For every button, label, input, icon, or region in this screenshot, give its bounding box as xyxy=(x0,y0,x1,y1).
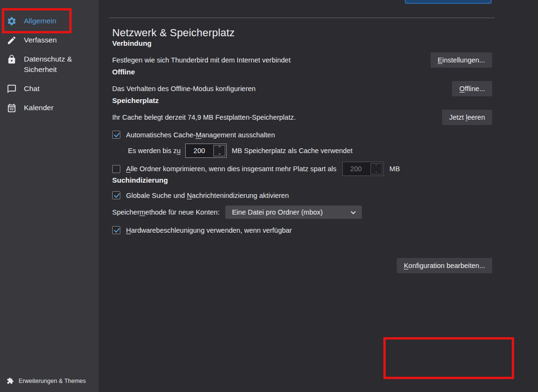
hardware-accel-checkbox[interactable] xyxy=(112,226,120,234)
hardware-accel-row: Hardwarebeschleunigung verwenden, wenn v… xyxy=(112,226,492,234)
offline-description: Das Verhalten des Offline-Modus konfigur… xyxy=(112,85,255,93)
hardware-accel-label[interactable]: Hardwarebeschleunigung verwenden, wenn v… xyxy=(126,227,292,234)
clear-cache-button[interactable]: Jetzt leeren xyxy=(442,110,492,125)
offline-heading: Offline xyxy=(112,68,492,76)
compact-folders-row: Alle Ordner komprimieren, wenn dies insg… xyxy=(112,162,492,176)
sidebar-item-label: Chat xyxy=(24,83,40,94)
global-search-checkbox[interactable] xyxy=(112,191,120,199)
spinner-up-icon[interactable]: ⌃ xyxy=(214,145,225,151)
cache-limit-suffix: MB Speicherplatz als Cache verwendet xyxy=(232,147,352,155)
sidebar-item-label: Verfassen xyxy=(24,35,57,45)
sidebar-item-verfassen[interactable]: Verfassen xyxy=(0,31,99,50)
sidebar-item-label: Allgemein xyxy=(24,16,56,26)
store-method-select[interactable]: Eine Datei pro Ordner (mbox) xyxy=(225,206,362,219)
settings-sidebar: Allgemein Verfassen Datenschutz & Sicher… xyxy=(0,0,99,392)
pencil-icon xyxy=(7,35,17,45)
sidebar-item-allgemein[interactable]: Allgemein xyxy=(0,11,99,31)
calendar-icon xyxy=(7,103,17,113)
page-title: Netzwerk & Speicherplatz xyxy=(112,27,492,39)
global-search-label[interactable]: Globale Suche und Nachrichtenindizierung… xyxy=(126,192,289,199)
store-method-value: Eine Datei pro Ordner (mbox) xyxy=(232,208,323,216)
indexing-heading: Suchindizierung xyxy=(112,176,492,185)
cache-size-input[interactable] xyxy=(186,144,212,157)
cache-size-input-group: ⌃ ⌄ xyxy=(185,144,227,158)
config-editor-row: Konfiguration bearbeiten... xyxy=(112,258,492,273)
compact-folders-checkbox[interactable] xyxy=(112,165,120,173)
cache-usage-row: Ihr Cache belegt derzeit 74,9 MB Festpla… xyxy=(112,110,492,125)
compact-size-input-group: ⌃ ⌄ xyxy=(342,162,384,176)
store-method-label: Speichermethode für neue Konten: xyxy=(112,208,220,216)
spinner-down-icon[interactable]: ⌄ xyxy=(214,151,225,156)
auto-cache-checkbox[interactable] xyxy=(112,131,120,139)
global-search-row: Globale Suche und Nachrichtenindizierung… xyxy=(112,191,492,199)
cache-limit-row: Es werden bis zu ⌃ ⌄ MB Speicherplatz al… xyxy=(128,144,492,158)
config-editor-button[interactable]: Konfiguration bearbeiten... xyxy=(397,258,492,273)
storage-heading: Speicherplatz xyxy=(112,96,492,105)
lock-icon xyxy=(7,54,17,64)
auto-cache-label[interactable]: Automatisches Cache-Management ausschalt… xyxy=(126,131,275,139)
connection-description: Festlegen wie sich Thunderbird mit dem I… xyxy=(112,56,291,64)
gear-icon xyxy=(7,16,17,26)
offline-button[interactable]: Offline... xyxy=(452,81,492,96)
store-method-row: Speichermethode für neue Konten: Eine Da… xyxy=(112,206,492,219)
spinner-down-icon: ⌄ xyxy=(371,169,382,174)
compact-size-suffix: MB xyxy=(390,165,400,173)
settings-main-panel: Netzwerk & Speicherplatz Verbindung Fest… xyxy=(99,0,538,392)
spinner-up-icon: ⌃ xyxy=(371,164,382,169)
puzzle-piece-icon xyxy=(7,377,14,384)
sidebar-footer-label: Erweiterungen & Themes xyxy=(19,378,86,384)
sidebar-item-datenschutz[interactable]: Datenschutz & Sicherheit xyxy=(0,50,99,79)
cache-size-spinner: ⌃ ⌄ xyxy=(213,145,225,156)
compact-folders-label[interactable]: Alle Ordner komprimieren, wenn dies insg… xyxy=(126,165,337,173)
cache-limit-label: Es werden bis zu xyxy=(128,147,180,155)
sidebar-item-chat[interactable]: Chat xyxy=(0,79,99,98)
cache-usage-text: Ihr Cache belegt derzeit 74,9 MB Festpla… xyxy=(112,113,295,121)
sidebar-item-label: Kalender xyxy=(24,103,53,113)
sidebar-item-erweiterungen[interactable]: Erweiterungen & Themes xyxy=(7,377,86,384)
connection-row: Festlegen wie sich Thunderbird mit dem I… xyxy=(112,52,492,68)
compact-size-spinner: ⌃ ⌄ xyxy=(370,163,382,175)
chat-bubble-icon xyxy=(7,84,17,94)
offline-row: Das Verhalten des Offline-Modus konfigur… xyxy=(112,81,492,96)
auto-cache-row: Automatisches Cache-Management ausschalt… xyxy=(112,131,492,139)
sidebar-item-label: Datenschutz & Sicherheit xyxy=(24,54,94,75)
chevron-down-icon xyxy=(350,209,356,215)
sidebar-item-kalender[interactable]: Kalender xyxy=(0,98,99,117)
connection-settings-button[interactable]: Einstellungen... xyxy=(431,52,492,68)
connection-heading: Verbindung xyxy=(112,39,492,48)
compact-size-input xyxy=(343,162,369,175)
